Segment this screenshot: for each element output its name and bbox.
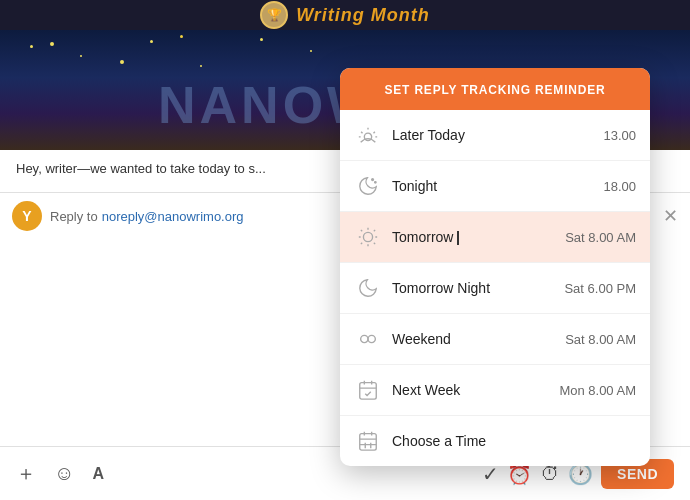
svg-line-16	[374, 230, 375, 231]
svg-point-17	[361, 335, 368, 342]
tonight-icon	[354, 172, 382, 200]
weekend-icon	[354, 325, 382, 353]
avatar: Y	[12, 201, 42, 231]
banner-badge: 🏆	[260, 1, 288, 29]
svg-rect-23	[360, 434, 377, 451]
tomorrow-night-time: Sat 6.00 PM	[564, 281, 636, 296]
svg-line-15	[361, 243, 362, 244]
next-week-time: Mon 8.00 AM	[559, 383, 636, 398]
svg-point-7	[375, 182, 376, 183]
dropdown-item-tomorrow-night[interactable]: Tomorrow NightSat 6.00 PM	[340, 263, 650, 314]
svg-line-12	[374, 243, 375, 244]
close-button[interactable]: ✕	[663, 205, 678, 227]
tomorrow-time: Sat 8.00 AM	[565, 230, 636, 245]
dropdown-items-container: Later Today13.00 Tonight18.00 TomorrowSa…	[340, 110, 650, 466]
svg-line-11	[361, 230, 362, 231]
next-week-label: Next Week	[392, 382, 559, 398]
tomorrow-night-icon	[354, 274, 382, 302]
dropdown-item-next-week[interactable]: Next WeekMon 8.00 AM	[340, 365, 650, 416]
tonight-time: 18.00	[603, 179, 636, 194]
tomorrow-label: Tomorrow	[392, 229, 565, 245]
weekend-time: Sat 8.00 AM	[565, 332, 636, 347]
reminder-dropdown: SET REPLY TRACKING REMINDER Later Today1…	[340, 68, 650, 466]
toolbar-left: ＋ ☺ A	[16, 460, 104, 487]
choose-time-label: Choose a Time	[392, 433, 636, 449]
svg-rect-19	[360, 383, 377, 400]
svg-line-2	[361, 132, 362, 133]
add-icon[interactable]: ＋	[16, 460, 36, 487]
dropdown-item-tomorrow[interactable]: TomorrowSat 8.00 AM	[340, 212, 650, 263]
svg-point-6	[372, 179, 374, 181]
svg-point-18	[368, 335, 375, 342]
tomorrow-icon	[354, 223, 382, 251]
dropdown-item-weekend[interactable]: WeekendSat 8.00 AM	[340, 314, 650, 365]
svg-point-8	[363, 232, 372, 241]
dropdown-header: SET REPLY TRACKING REMINDER	[340, 68, 650, 110]
later-today-label: Later Today	[392, 127, 603, 143]
tonight-label: Tonight	[392, 178, 603, 194]
reply-to-label: Reply to	[50, 209, 98, 224]
emoji-icon[interactable]: ☺	[54, 462, 74, 485]
next-week-icon	[354, 376, 382, 404]
dropdown-header-text: SET REPLY TRACKING REMINDER	[385, 83, 606, 97]
later-today-time: 13.00	[603, 128, 636, 143]
dropdown-item-tonight[interactable]: Tonight18.00	[340, 161, 650, 212]
reply-to-email[interactable]: noreply@nanowrimo.org	[102, 209, 244, 224]
tomorrow-night-label: Tomorrow Night	[392, 280, 564, 296]
choose-time-icon	[354, 427, 382, 455]
banner-title: Writing Month	[296, 5, 430, 26]
later-today-icon	[354, 121, 382, 149]
dropdown-item-later-today[interactable]: Later Today13.00	[340, 110, 650, 161]
cursor-indicator	[457, 231, 459, 245]
dropdown-item-choose-time[interactable]: Choose a Time	[340, 416, 650, 466]
svg-line-3	[374, 132, 375, 133]
weekend-label: Weekend	[392, 331, 565, 347]
banner-bar: 🏆 Writing Month	[0, 0, 690, 30]
text-format-icon[interactable]: A	[92, 465, 104, 483]
